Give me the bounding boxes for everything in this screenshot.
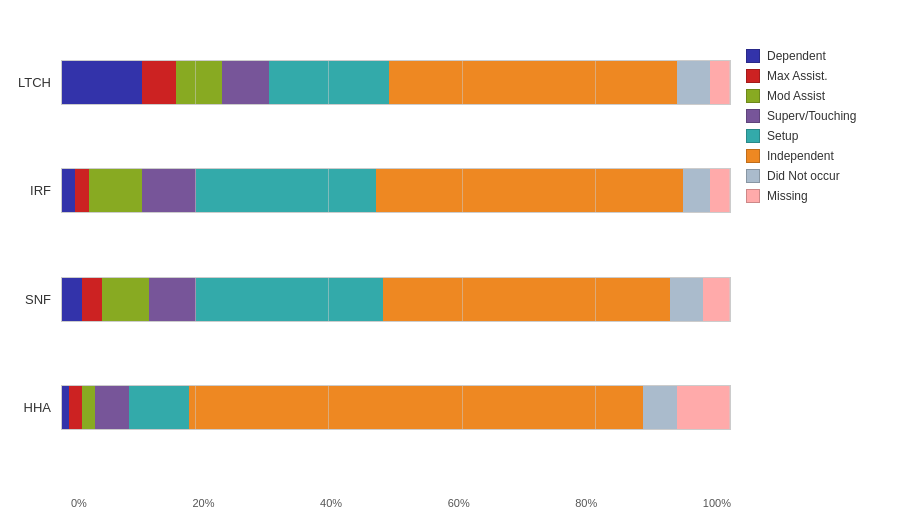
bar-segment-missing bbox=[703, 278, 730, 321]
bar-track bbox=[61, 385, 731, 430]
legend-item-dependent: Dependent bbox=[746, 49, 891, 63]
x-axis-label: 100% bbox=[703, 497, 731, 509]
bar-label: IRF bbox=[11, 183, 61, 198]
bar-segment-missing bbox=[677, 386, 730, 429]
bar-segment-did_not_occur bbox=[677, 61, 710, 104]
bar-segment-setup bbox=[269, 61, 389, 104]
x-axis-label: 40% bbox=[320, 497, 342, 509]
legend-label-dependent: Dependent bbox=[767, 49, 826, 63]
legend-item-missing: Missing bbox=[746, 189, 891, 203]
legend-label-independent: Independent bbox=[767, 149, 834, 163]
chart-area: LTCHIRFSNFHHA 0%20%40%60%80%100% bbox=[11, 29, 731, 509]
legend-item-max_assist: Max Assist. bbox=[746, 69, 891, 83]
legend-label-did_not_occur: Did Not occur bbox=[767, 169, 840, 183]
bar-segment-independent bbox=[383, 278, 670, 321]
bar-segment-setup bbox=[129, 386, 189, 429]
legend-label-superv_touching: Superv/Touching bbox=[767, 109, 856, 123]
x-axis-label: 60% bbox=[448, 497, 470, 509]
legend-label-missing: Missing bbox=[767, 189, 808, 203]
bars-container: LTCHIRFSNFHHA bbox=[11, 29, 731, 492]
bar-segment-dependent bbox=[62, 386, 69, 429]
legend-label-mod_assist: Mod Assist bbox=[767, 89, 825, 103]
bar-segment-setup bbox=[196, 169, 376, 212]
legend-swatch-dependent bbox=[746, 49, 760, 63]
legend-item-mod_assist: Mod Assist bbox=[746, 89, 891, 103]
bar-segment-max_assist bbox=[142, 61, 175, 104]
legend-swatch-independent bbox=[746, 149, 760, 163]
bar-segment-did_not_occur bbox=[683, 169, 710, 212]
bar-segment-superv_touching bbox=[222, 61, 269, 104]
bar-segment-independent bbox=[389, 61, 676, 104]
x-axis: 0%20%40%60%80%100% bbox=[71, 492, 731, 509]
bar-track bbox=[61, 277, 731, 322]
legend-item-did_not_occur: Did Not occur bbox=[746, 169, 891, 183]
bar-segment-mod_assist bbox=[89, 169, 142, 212]
legend-swatch-did_not_occur bbox=[746, 169, 760, 183]
bar-segment-setup bbox=[196, 278, 383, 321]
bar-segment-max_assist bbox=[75, 169, 88, 212]
bar-segment-mod_assist bbox=[102, 278, 149, 321]
bar-track bbox=[61, 60, 731, 105]
bar-segment-did_not_occur bbox=[643, 386, 676, 429]
bar-label: SNF bbox=[11, 292, 61, 307]
legend-swatch-missing bbox=[746, 189, 760, 203]
legend-item-independent: Independent bbox=[746, 149, 891, 163]
legend-label-setup: Setup bbox=[767, 129, 798, 143]
bar-segment-superv_touching bbox=[149, 278, 196, 321]
bar-segment-missing bbox=[710, 61, 730, 104]
x-axis-label: 80% bbox=[575, 497, 597, 509]
bar-segment-did_not_occur bbox=[670, 278, 703, 321]
bar-label: HHA bbox=[11, 400, 61, 415]
legend-swatch-max_assist bbox=[746, 69, 760, 83]
legend: DependentMax Assist.Mod AssistSuperv/Tou… bbox=[731, 29, 891, 203]
x-axis-label: 20% bbox=[192, 497, 214, 509]
bar-segment-missing bbox=[710, 169, 730, 212]
bar-segment-dependent bbox=[62, 169, 75, 212]
bar-segment-superv_touching bbox=[142, 169, 195, 212]
legend-swatch-mod_assist bbox=[746, 89, 760, 103]
bar-segment-max_assist bbox=[69, 386, 82, 429]
bar-row: SNF bbox=[11, 272, 731, 327]
bar-row: HHA bbox=[11, 380, 731, 435]
bar-segment-independent bbox=[189, 386, 643, 429]
legend-item-superv_touching: Superv/Touching bbox=[746, 109, 891, 123]
bar-segment-dependent bbox=[62, 61, 142, 104]
bar-track bbox=[61, 168, 731, 213]
x-axis-label: 0% bbox=[71, 497, 87, 509]
bar-row: LTCH bbox=[11, 55, 731, 110]
bar-segment-independent bbox=[376, 169, 683, 212]
bar-segment-mod_assist bbox=[176, 61, 223, 104]
bar-segment-mod_assist bbox=[82, 386, 95, 429]
bar-row: IRF bbox=[11, 163, 731, 218]
bar-segment-dependent bbox=[62, 278, 82, 321]
bar-segment-superv_touching bbox=[95, 386, 128, 429]
legend-label-max_assist: Max Assist. bbox=[767, 69, 828, 83]
bar-segment-max_assist bbox=[82, 278, 102, 321]
bar-label: LTCH bbox=[11, 75, 61, 90]
chart-wrapper: LTCHIRFSNFHHA 0%20%40%60%80%100% Depende… bbox=[11, 19, 891, 509]
legend-swatch-superv_touching bbox=[746, 109, 760, 123]
legend-item-setup: Setup bbox=[746, 129, 891, 143]
legend-swatch-setup bbox=[746, 129, 760, 143]
